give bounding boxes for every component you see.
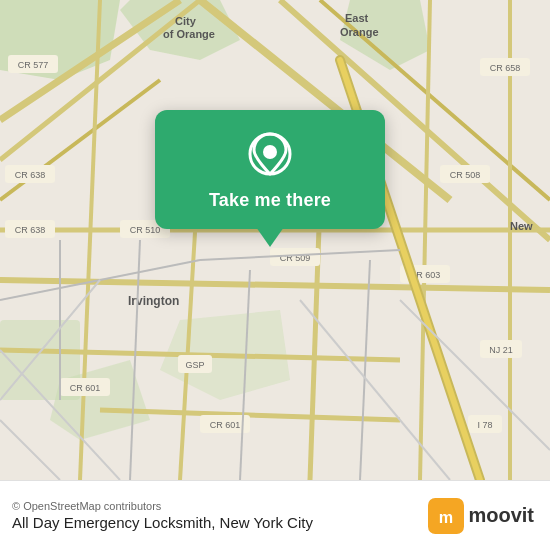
take-me-there-button[interactable]: Take me there (209, 190, 331, 211)
svg-text:CR 508: CR 508 (450, 170, 481, 180)
svg-text:City: City (175, 15, 197, 27)
svg-text:Irvington: Irvington (128, 294, 179, 308)
svg-text:CR 577: CR 577 (18, 60, 49, 70)
pin-icon (246, 132, 294, 180)
svg-text:CR 638: CR 638 (15, 225, 46, 235)
moovit-icon: m (428, 498, 464, 534)
business-name: All Day Emergency Locksmith, New York Ci… (12, 514, 313, 531)
svg-text:Orange: Orange (340, 26, 379, 38)
moovit-logo: m moovit (428, 498, 534, 534)
svg-text:I 78: I 78 (477, 420, 492, 430)
svg-text:CR 601: CR 601 (70, 383, 101, 393)
footer-left: © OpenStreetMap contributors All Day Eme… (12, 500, 313, 531)
svg-text:NJ 21: NJ 21 (489, 345, 513, 355)
svg-point-69 (263, 145, 277, 159)
svg-text:CR 510: CR 510 (130, 225, 161, 235)
svg-text:CR 601: CR 601 (210, 420, 241, 430)
map-container: CR 577 CR 638 CR 638 CR 510 CR 509 CR 50… (0, 0, 550, 480)
svg-text:m: m (439, 508, 453, 526)
svg-text:GSP: GSP (185, 360, 204, 370)
svg-text:New: New (510, 220, 533, 232)
svg-text:of Orange: of Orange (163, 28, 215, 40)
svg-text:CR 658: CR 658 (490, 63, 521, 73)
map-attribution: © OpenStreetMap contributors (12, 500, 313, 512)
svg-text:CR 638: CR 638 (15, 170, 46, 180)
popup-card: Take me there (155, 110, 385, 229)
moovit-text: moovit (468, 504, 534, 527)
svg-text:East: East (345, 12, 369, 24)
footer: © OpenStreetMap contributors All Day Eme… (0, 480, 550, 550)
